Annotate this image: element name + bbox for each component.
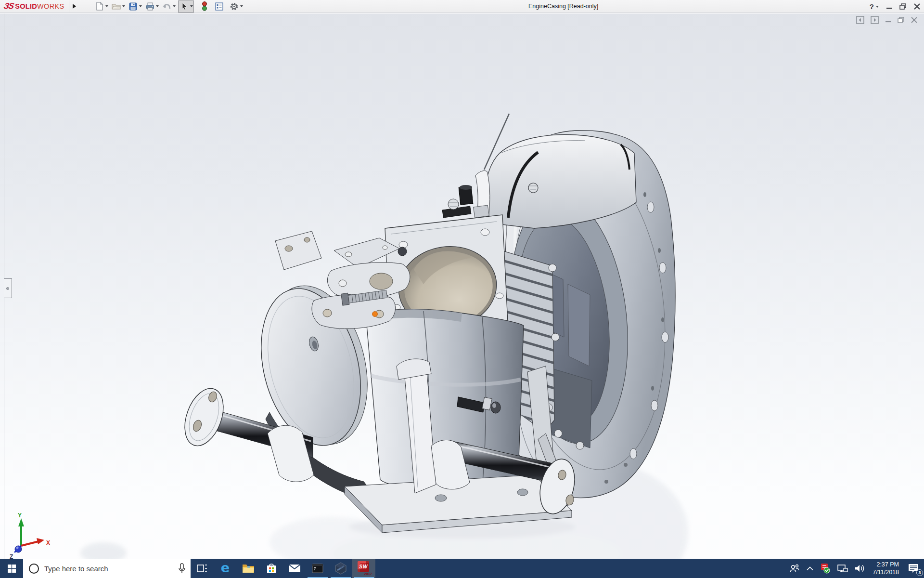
options-button[interactable]: [229, 0, 244, 12]
speaker-icon: [855, 564, 865, 573]
brand-works: WORKS: [37, 2, 64, 10]
file-properties-icon: [214, 1, 224, 12]
taskbar-app-mail[interactable]: [283, 559, 306, 578]
save-button[interactable]: [128, 0, 142, 12]
graphics-viewport[interactable]: Y X Z *Dimetric: [0, 13, 924, 559]
cortana-icon: [29, 564, 39, 574]
edge-icon: e: [221, 561, 230, 574]
rebuild-traffic-light-icon: [199, 1, 209, 12]
windows-logo-icon: [8, 565, 16, 573]
doc-restore-button[interactable]: [898, 17, 905, 24]
help-glyph: ?: [870, 2, 874, 11]
select-cursor-icon: [179, 1, 189, 12]
task-view-icon: [197, 564, 207, 573]
titlebar: ЗS SOLIDWORKS: [0, 0, 924, 13]
taskbar-app-hexagon[interactable]: [329, 559, 352, 578]
people-icon: [789, 564, 800, 573]
dropdown-caret[interactable]: [173, 5, 176, 7]
print-button[interactable]: [144, 0, 159, 12]
network-button[interactable]: [834, 559, 851, 578]
people-button[interactable]: [786, 559, 803, 578]
microphone-icon[interactable]: [178, 563, 186, 574]
open-button[interactable]: [111, 0, 126, 12]
dropdown-caret[interactable]: [122, 5, 125, 7]
taskbar-app-edge[interactable]: e: [214, 559, 237, 578]
file-explorer-icon: [242, 563, 255, 574]
dropdown-caret[interactable]: [105, 5, 108, 7]
panel-tab-dot: [6, 287, 9, 290]
undo-button[interactable]: [161, 0, 176, 12]
notification-badge: 3: [916, 569, 923, 576]
menu-expand-button[interactable]: [69, 0, 79, 13]
taskbar-search[interactable]: [23, 559, 191, 578]
pane-right-button[interactable]: [871, 16, 879, 24]
mail-icon: [288, 564, 301, 573]
undo-icon: [162, 1, 172, 12]
print-icon: [145, 1, 155, 12]
tray-date: 7/11/2018: [873, 568, 899, 576]
rebuild-button[interactable]: [199, 0, 210, 12]
search-input[interactable]: [44, 565, 178, 573]
taskbar-app-file-explorer[interactable]: [237, 559, 260, 578]
task-view-button[interactable]: [191, 559, 214, 578]
action-center-button[interactable]: 3: [903, 559, 924, 578]
pane-left-button[interactable]: [856, 16, 864, 24]
close-button[interactable]: [914, 3, 920, 10]
window-title: EngineCasing [Read-only]: [528, 0, 598, 13]
restore-button[interactable]: [899, 3, 907, 10]
network-icon: [837, 564, 848, 573]
dropdown-caret[interactable]: [240, 5, 243, 7]
tray-time: 2:37 PM: [876, 561, 899, 568]
expand-arrow-icon: [73, 4, 76, 9]
clock[interactable]: 2:37 PM 7/11/2018: [869, 561, 903, 577]
volume-button[interactable]: [851, 559, 869, 578]
solidworks-window: Y X Z *Dimetric ЗS SOLIDWOR: [0, 0, 924, 578]
tray-overflow-button[interactable]: [803, 559, 817, 578]
dropdown-caret[interactable]: [190, 5, 193, 7]
help-button[interactable]: ?: [870, 2, 879, 11]
selection-point: [372, 312, 378, 317]
window-controls: ?: [870, 0, 920, 13]
document-window-controls: [856, 16, 917, 24]
new-document-button[interactable]: [94, 0, 109, 12]
hexagon-app-icon: [334, 562, 347, 575]
triad-y-label: Y: [18, 512, 22, 519]
file-properties-button[interactable]: [214, 0, 225, 12]
solidworks-check-icon: [820, 563, 831, 574]
triad-x-label: X: [46, 539, 50, 546]
store-icon: [266, 563, 277, 574]
triad-z-label: Z: [10, 553, 13, 559]
doc-minimize-button[interactable]: [885, 17, 891, 23]
taskbar: e: [0, 559, 924, 578]
help-caret: [876, 6, 879, 8]
feature-panel-tab[interactable]: [4, 278, 12, 298]
solidworks-2017-icon: SW 2017: [357, 561, 371, 576]
start-button[interactable]: [0, 559, 23, 578]
engine-casing-model[interactable]: Y X Z: [0, 13, 924, 559]
solidworks-logo-mark: ЗS: [3, 1, 15, 11]
sw-year: 2017: [364, 572, 372, 576]
chevron-up-icon: [807, 566, 813, 571]
solidworks-logo: ЗS SOLIDWORKS: [0, 0, 69, 13]
brand-solid: SOLID: [15, 2, 37, 10]
save-floppy-icon: [128, 1, 138, 12]
command-prompt-icon: [312, 564, 323, 573]
select-button[interactable]: [178, 0, 194, 13]
minimize-button[interactable]: [886, 3, 892, 10]
solidworks-monitor-button[interactable]: [817, 559, 834, 578]
orientation-triad[interactable]: Y X Z: [10, 512, 50, 559]
system-tray: 2:37 PM 7/11/2018 3: [786, 559, 924, 578]
sw-letter-w: W: [363, 564, 367, 569]
taskbar-app-solidworks[interactable]: SW 2017: [352, 559, 375, 578]
taskbar-app-command-prompt[interactable]: [306, 559, 329, 578]
dropdown-caret[interactable]: [139, 5, 142, 7]
open-folder-icon: [111, 1, 121, 12]
new-document-icon: [94, 1, 104, 12]
quick-access-toolbar: [93, 0, 244, 13]
doc-close-button[interactable]: [911, 17, 917, 23]
sw-letter-s: S: [359, 564, 362, 569]
options-gear-icon: [229, 1, 239, 12]
taskbar-app-store[interactable]: [260, 559, 283, 578]
dropdown-caret[interactable]: [156, 5, 159, 7]
